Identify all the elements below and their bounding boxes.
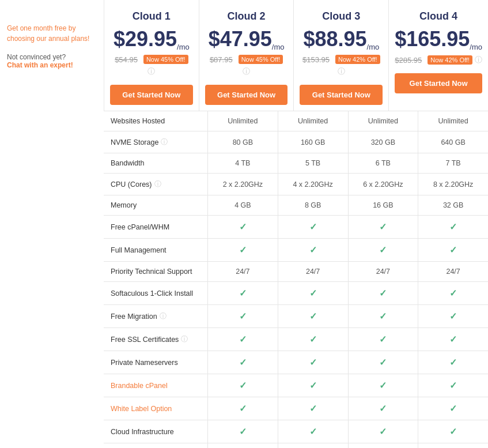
check-icon: ✓	[379, 403, 387, 414]
check-icon: ✓	[309, 403, 317, 414]
plan-name-3: Cloud 3	[300, 10, 383, 22]
feature-label-11: Private Nameservers	[104, 351, 207, 374]
feature-label-2: Bandwidth	[104, 153, 207, 173]
check-icon: ✓	[379, 244, 387, 255]
price-help-icon-2[interactable]: ⓘ	[243, 66, 250, 77]
check-icon: ✓	[379, 357, 387, 368]
feature-val-2-0: 4 TB	[207, 153, 278, 173]
feature-label-14: Cloud Infrastructure	[104, 420, 207, 443]
feature-val-5-0: ✓	[207, 216, 278, 238]
price-help-icon-4[interactable]: ⓘ	[475, 55, 482, 65]
help-icon-3[interactable]: ⓘ	[154, 179, 161, 189]
price-help-icon-1[interactable]: ⓘ	[147, 66, 155, 77]
plan-discount-2: Now 45% Off!	[239, 55, 283, 64]
feature-val-11-2: ✓	[348, 351, 418, 374]
plan-discount-1: Now 45% Off!	[143, 55, 188, 64]
feature-val-15-3: ✓	[418, 443, 488, 448]
feature-val-9-3: ✓	[418, 305, 488, 327]
check-icon: ✓	[449, 221, 457, 232]
check-icon: ✓	[309, 380, 317, 391]
help-icon-9[interactable]: ⓘ	[160, 311, 167, 321]
feature-val-6-3: ✓	[418, 239, 488, 261]
check-icon: ✓	[309, 288, 317, 299]
feature-label-4: Memory	[104, 195, 207, 215]
feature-val-8-1: ✓	[278, 282, 348, 304]
feature-val-9-1: ✓	[278, 305, 348, 327]
feature-val-11-1: ✓	[278, 351, 348, 374]
check-icon: ✓	[449, 380, 457, 391]
plan-price-4: $165.95	[395, 27, 470, 51]
check-icon: ✓	[449, 403, 457, 414]
check-icon: ✓	[309, 357, 317, 368]
check-icon: ✓	[309, 244, 317, 255]
plan-old-price-1: $54.95	[115, 55, 138, 64]
feature-val-6-2: ✓	[348, 239, 418, 261]
feature-val-15-2: ✓	[348, 443, 418, 448]
feature-val-13-1: ✓	[278, 397, 348, 420]
chat-link[interactable]: Chat with an expert!	[7, 61, 97, 69]
feature-val-4-2: 16 GB	[348, 195, 418, 215]
feature-val-3-0: 2 x 2.20GHz	[207, 174, 278, 195]
check-icon: ✓	[239, 311, 247, 322]
feature-val-2-2: 6 TB	[348, 153, 418, 173]
feature-label-12[interactable]: Brandable cPanel	[104, 374, 207, 397]
get-started-btn-1[interactable]: Get Started Now	[110, 85, 193, 105]
plan-price-1: $29.95	[114, 27, 177, 51]
feature-val-8-0: ✓	[207, 282, 278, 304]
table-row: Brandable cPanel✓✓✓✓	[104, 374, 488, 397]
feature-val-0-1: Unlimited	[278, 111, 348, 131]
check-icon: ✓	[379, 221, 387, 232]
feature-val-13-0: ✓	[207, 397, 278, 420]
plan-price-mo-2: /mo	[272, 43, 285, 51]
plan-price-2: $47.95	[209, 27, 272, 51]
check-icon: ✓	[379, 334, 387, 345]
check-icon: ✓	[449, 334, 457, 345]
table-row: Free cPanel/WHM✓✓✓✓	[104, 215, 488, 238]
plan-name-4: Cloud 4	[395, 10, 482, 22]
feature-val-1-3: 640 GB	[418, 131, 488, 153]
get-started-btn-2[interactable]: Get Started Now	[205, 85, 288, 105]
check-icon: ✓	[309, 311, 317, 322]
feature-val-14-0: ✓	[207, 420, 278, 443]
check-icon: ✓	[239, 221, 247, 232]
check-icon: ✓	[239, 244, 247, 255]
plan-discount-3: Now 42% Off!	[335, 55, 380, 64]
table-row: Bandwidth4 TB5 TB6 TB7 TB	[104, 153, 488, 173]
plan-col-4: Cloud 4 $165.95/mo $285.95 Now 42% Off! …	[388, 0, 488, 111]
feature-val-12-2: ✓	[348, 374, 418, 397]
check-icon: ✓	[379, 380, 387, 391]
feature-val-6-0: ✓	[207, 239, 278, 261]
feature-label-8: Softaculous 1-Click Install	[104, 282, 207, 304]
plan-name-2: Cloud 2	[205, 10, 288, 22]
feature-val-12-0: ✓	[207, 374, 278, 397]
check-icon: ✓	[379, 288, 387, 299]
table-row: Full Management✓✓✓✓	[104, 238, 488, 261]
feature-val-13-2: ✓	[348, 397, 418, 420]
help-icon-10[interactable]: ⓘ	[181, 334, 188, 344]
feature-val-1-1: 160 GB	[278, 131, 348, 153]
check-icon: ✓	[449, 311, 457, 322]
feature-val-10-1: ✓	[278, 328, 348, 351]
feature-val-5-2: ✓	[348, 216, 418, 238]
table-row: Softaculous 1-Click Install✓✓✓✓	[104, 281, 488, 304]
get-started-btn-4[interactable]: Get Started Now	[395, 73, 482, 93]
feature-val-3-2: 6 x 2.20GHz	[348, 174, 418, 195]
price-help-icon-3[interactable]: ⓘ	[338, 66, 345, 77]
not-convinced-text: Not convinced yet?	[7, 53, 97, 61]
feature-val-10-2: ✓	[348, 328, 418, 351]
feature-val-7-3: 24/7	[418, 262, 488, 281]
feature-label-3: CPU (Cores)ⓘ	[104, 174, 207, 195]
get-started-btn-3[interactable]: Get Started Now	[300, 85, 383, 105]
table-row: Free SSL Certificatesⓘ✓✓✓✓	[104, 327, 488, 351]
feature-val-5-3: ✓	[418, 216, 488, 238]
help-icon-1[interactable]: ⓘ	[161, 137, 168, 147]
feature-val-4-0: 4 GB	[207, 195, 278, 215]
feature-label-9: Free Migrationⓘ	[104, 305, 207, 327]
table-row: Cloud Infrastructure✓✓✓✓	[104, 420, 488, 443]
plan-price-mo-4: /mo	[470, 43, 482, 51]
feature-val-15-1: ✓	[278, 443, 348, 448]
feature-label-15: Multiple Server Locations	[104, 443, 207, 448]
feature-val-4-3: 32 GB	[418, 195, 488, 215]
feature-val-14-2: ✓	[348, 420, 418, 443]
feature-label-13[interactable]: White Label Option	[104, 397, 207, 420]
